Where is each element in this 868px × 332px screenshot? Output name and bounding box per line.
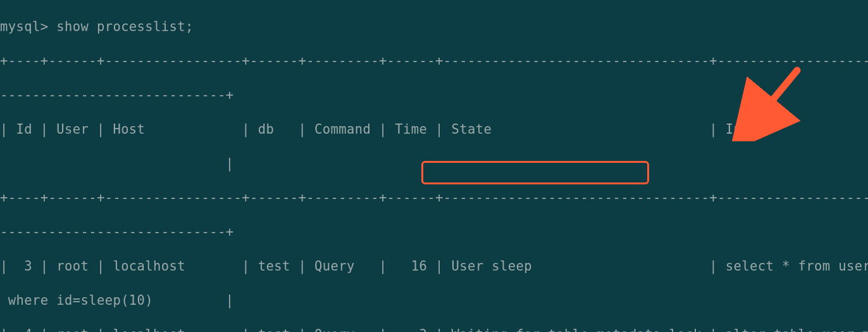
terminal-output: mysql> show processlist; +----+------+--…: [0, 0, 868, 332]
hr-top-cont: ----------------------------+: [0, 87, 868, 104]
hr-mid-cont: ----------------------------+: [0, 224, 868, 241]
row-3-b: where id=sleep(10) |: [0, 292, 868, 309]
hr-top: +----+------+-----------------+------+--…: [0, 53, 868, 70]
header-line-2: |: [0, 155, 868, 172]
hr-mid: +----+------+-----------------+------+--…: [0, 189, 868, 207]
row-3-a: | 3 | root | localhost | test | Query | …: [0, 258, 868, 275]
prompt-line: mysql> show processlist;: [0, 18, 868, 35]
row-4-a: | 4 | root | localhost | test | Query | …: [0, 326, 868, 332]
header-line-1: | Id | User | Host | db | Command | Time…: [0, 121, 868, 138]
